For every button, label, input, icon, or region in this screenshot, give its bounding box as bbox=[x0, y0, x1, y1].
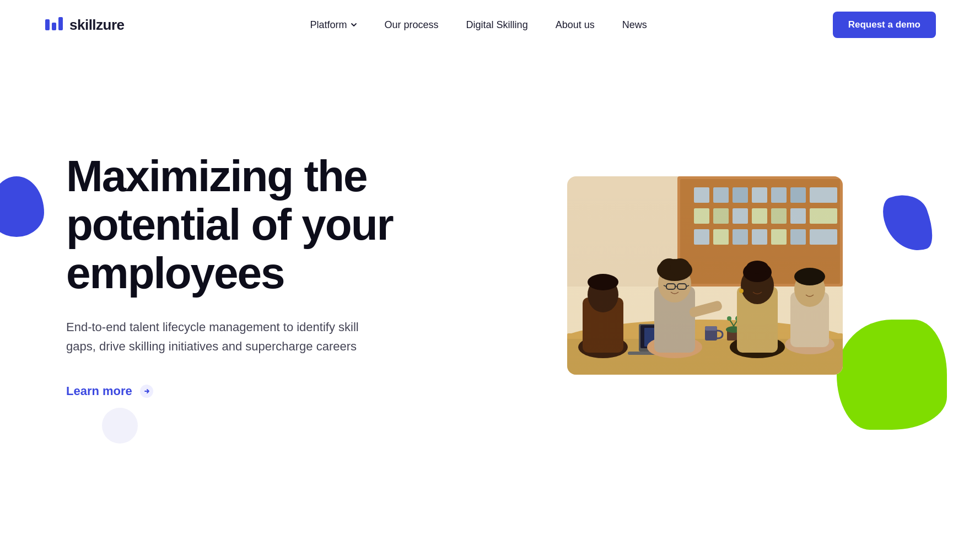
navbar: skillzure Platform Our process Digital S… bbox=[0, 0, 980, 50]
hero-section: Maximizing the potential of your employe… bbox=[0, 50, 980, 501]
nav-item-platform[interactable]: Platform bbox=[310, 19, 357, 31]
hero-title: Maximizing the potential of your employe… bbox=[66, 152, 408, 298]
learn-more-link[interactable]: Learn more bbox=[66, 383, 408, 399]
nav-links: Platform Our process Digital Skilling Ab… bbox=[310, 19, 647, 31]
svg-rect-1 bbox=[52, 23, 56, 30]
hero-image bbox=[567, 176, 843, 375]
hero-image-area bbox=[408, 176, 936, 375]
nav-item-news[interactable]: News bbox=[622, 19, 647, 31]
nav-link-digital-skilling[interactable]: Digital Skilling bbox=[466, 19, 528, 30]
nav-item-about-us[interactable]: About us bbox=[556, 19, 595, 31]
blob-blue-left-decoration bbox=[0, 176, 44, 237]
arrow-right-icon bbox=[139, 383, 154, 399]
hero-subtitle: End-to-end talent lifecycle management t… bbox=[66, 317, 375, 356]
brand-name: skillzure bbox=[69, 17, 125, 34]
nav-link-about-us[interactable]: About us bbox=[556, 19, 595, 30]
nav-link-our-process[interactable]: Our process bbox=[385, 19, 439, 30]
circle-learn-decoration bbox=[102, 408, 138, 444]
svg-rect-0 bbox=[45, 19, 50, 30]
request-demo-button[interactable]: Request a demo bbox=[833, 12, 936, 38]
meeting-scene-svg bbox=[567, 176, 843, 375]
chevron-down-icon bbox=[351, 21, 357, 28]
logo[interactable]: skillzure bbox=[44, 15, 125, 35]
logo-icon bbox=[44, 15, 64, 35]
learn-more-label: Learn more bbox=[66, 384, 132, 398]
nav-link-platform[interactable]: Platform bbox=[310, 19, 357, 31]
nav-item-our-process[interactable]: Our process bbox=[385, 19, 439, 31]
nav-item-digital-skilling[interactable]: Digital Skilling bbox=[466, 19, 528, 31]
nav-link-news[interactable]: News bbox=[622, 19, 647, 30]
hero-content: Maximizing the potential of your employe… bbox=[66, 152, 408, 399]
svg-rect-68 bbox=[567, 176, 843, 375]
svg-rect-2 bbox=[58, 17, 63, 30]
